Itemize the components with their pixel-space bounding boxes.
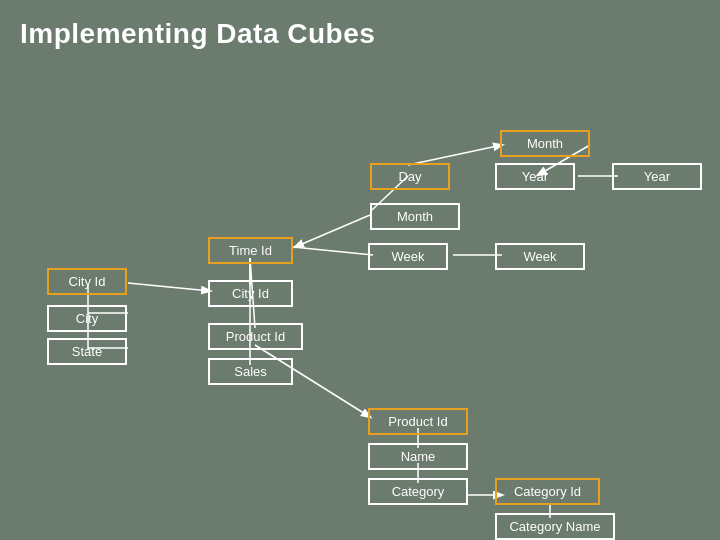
box-week-left: Week <box>368 243 448 270</box>
box-category: Category <box>368 478 468 505</box>
svg-line-10 <box>128 283 210 291</box>
box-time-id: Time Id <box>208 237 293 264</box>
diagram-area: Month Day Year Year Month Time Id Week W… <box>0 55 720 540</box>
box-day: Day <box>370 163 450 190</box>
svg-line-5 <box>293 247 373 255</box>
box-product-id-bottom: Product Id <box>368 408 468 435</box>
svg-line-2 <box>408 145 502 165</box>
box-product-id-center: Product Id <box>208 323 303 350</box>
box-category-name: Category Name <box>495 513 615 540</box>
svg-line-4 <box>295 215 370 247</box>
box-month-mid: Month <box>370 203 460 230</box>
page-title: Implementing Data Cubes <box>0 0 720 60</box>
box-city: City <box>47 305 127 332</box>
box-year-right: Year <box>612 163 702 190</box>
box-year-left: Year <box>495 163 575 190</box>
connector-lines <box>0 55 720 540</box>
box-city-id-center: City Id <box>208 280 293 307</box>
box-sales: Sales <box>208 358 293 385</box>
box-city-id-left: City Id <box>47 268 127 295</box>
box-name: Name <box>368 443 468 470</box>
box-week-right: Week <box>495 243 585 270</box>
box-state: State <box>47 338 127 365</box>
box-category-id: Category Id <box>495 478 600 505</box>
box-month-top: Month <box>500 130 590 157</box>
